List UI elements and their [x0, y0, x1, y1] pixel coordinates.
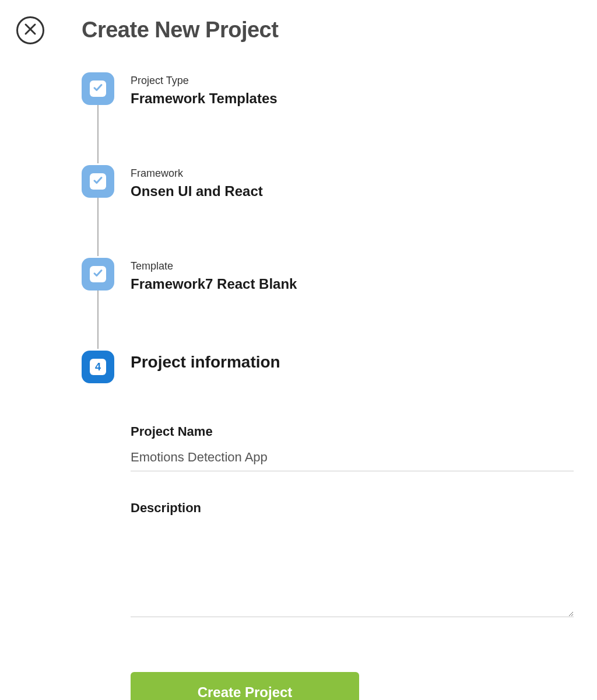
step-connector [97, 105, 99, 163]
step-title: Project information [131, 353, 280, 372]
step-template[interactable]: Template Framework7 React Blank [82, 258, 574, 292]
create-project-button[interactable]: Create Project [131, 672, 359, 700]
step-badge-completed [82, 165, 114, 198]
project-name-label: Project Name [131, 424, 574, 439]
project-name-input[interactable] [131, 447, 574, 471]
step-badge-completed [82, 72, 114, 105]
step-project-information: 4 Project information [82, 351, 574, 383]
step-connector [97, 198, 99, 256]
description-textarea[interactable] [131, 524, 574, 617]
description-label: Description [131, 501, 574, 516]
step-value: Framework7 React Blank [131, 276, 297, 292]
step-number: 4 [95, 361, 101, 373]
checkmark-icon [93, 268, 103, 281]
checkmark-icon [93, 82, 103, 95]
step-value: Onsen UI and React [131, 183, 263, 200]
step-label: Project Type [131, 75, 278, 87]
steps-wizard: Project Type Framework Templates Framewo… [82, 72, 574, 700]
step-value: Framework Templates [131, 90, 278, 107]
step-connector [97, 290, 99, 349]
step-badge-active: 4 [82, 351, 114, 383]
step-project-type[interactable]: Project Type Framework Templates [82, 72, 574, 107]
step-framework[interactable]: Framework Onsen UI and React [82, 165, 574, 200]
close-icon [23, 22, 37, 38]
project-info-form: Project Name Description Create Project [131, 424, 574, 700]
step-label: Framework [131, 167, 263, 180]
step-badge-completed [82, 258, 114, 290]
checkmark-icon [93, 175, 103, 188]
step-label: Template [131, 260, 297, 272]
close-button[interactable] [16, 16, 44, 44]
page-title: Create New Project [82, 18, 278, 43]
